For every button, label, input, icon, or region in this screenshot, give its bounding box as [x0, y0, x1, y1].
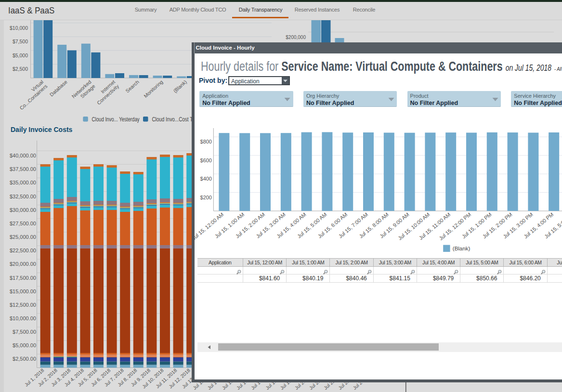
svg-text:$10,000.00: $10,000.00 [10, 315, 36, 321]
svg-text:$22,500.00: $22,500.00 [10, 248, 36, 253]
svg-text:$5,000.00: $5,000.00 [13, 342, 36, 348]
svg-text:$27,500.00: $27,500.00 [10, 221, 36, 226]
svg-text:$600: $600 [200, 157, 212, 163]
svg-text:$32,500.00: $32,500.00 [10, 194, 36, 199]
svg-text:Cloud Invo...Cost T...: Cloud Invo...Cost T... [152, 116, 196, 123]
svg-text:$7,500: $7,500 [13, 39, 28, 44]
svg-text:$2,500.00: $2,500.00 [13, 356, 36, 362]
svg-text:$400: $400 [200, 176, 212, 182]
svg-text:Search: Search [124, 78, 140, 93]
svg-text:(Blank): (Blank) [172, 79, 188, 94]
svg-text:$200,000: $200,000 [286, 35, 306, 40]
svg-text:$30,000.00: $30,000.00 [10, 207, 36, 213]
svg-text:$25,000.00: $25,000.00 [10, 234, 36, 240]
svg-text:(Blank): (Blank) [453, 246, 471, 251]
svg-text:$17,500.00: $17,500.00 [10, 275, 36, 281]
svg-text:$37,500.00: $37,500.00 [10, 166, 36, 172]
svg-text:$20,000.00: $20,000.00 [10, 261, 36, 267]
svg-text:$12,500.00: $12,500.00 [10, 302, 36, 308]
svg-text:$15,000.00: $15,000.00 [10, 288, 36, 294]
svg-text:Cloud Invo... Yesterday: Cloud Invo... Yesterday [92, 116, 140, 123]
svg-text:$10,000: $10,000 [10, 25, 28, 31]
svg-text:Database: Database [49, 78, 69, 97]
svg-text:$2,500: $2,500 [13, 66, 28, 72]
svg-text:$800: $800 [200, 139, 212, 144]
svg-text:Monitoring: Monitoring [143, 78, 164, 99]
svg-text:$35,000.00: $35,000.00 [10, 180, 36, 185]
svg-text:$7,500.00: $7,500.00 [13, 329, 36, 335]
svg-text:$40,000.00: $40,000.00 [10, 153, 36, 158]
svg-text:$200: $200 [200, 195, 212, 200]
svg-text:$5,000: $5,000 [13, 52, 28, 58]
